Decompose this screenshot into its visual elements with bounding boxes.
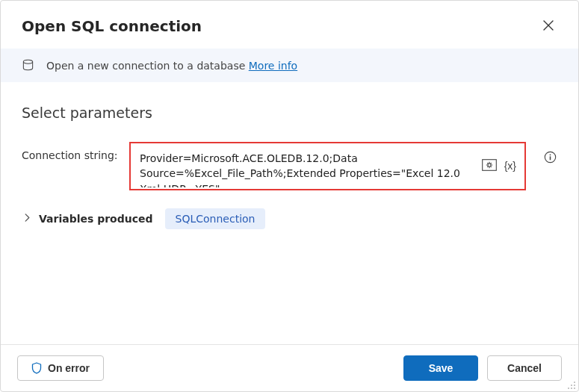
variables-produced-toggle[interactable] bbox=[22, 211, 33, 225]
svg-point-2 bbox=[488, 164, 491, 167]
variable-icon: {x} bbox=[504, 160, 516, 172]
section-title: Select parameters bbox=[22, 105, 557, 121]
database-icon bbox=[22, 59, 34, 72]
svg-point-10 bbox=[571, 388, 572, 389]
svg-point-6 bbox=[574, 382, 575, 383]
cancel-button[interactable]: Cancel bbox=[487, 355, 562, 381]
dialog-footer: On error Save Cancel bbox=[1, 344, 578, 391]
svg-point-0 bbox=[23, 60, 32, 63]
info-bar: Open a new connection to a database More… bbox=[1, 49, 578, 82]
svg-rect-1 bbox=[482, 159, 496, 170]
on-error-button[interactable]: On error bbox=[17, 355, 104, 381]
connection-string-label: Connection string: bbox=[22, 142, 120, 161]
connection-string-input[interactable] bbox=[131, 144, 477, 188]
shield-icon bbox=[31, 362, 42, 374]
svg-rect-5 bbox=[549, 156, 551, 160]
dialog-title: Open SQL connection bbox=[22, 17, 202, 35]
connection-string-field-wrap: {x} bbox=[129, 142, 526, 190]
connection-string-tools: {x} bbox=[477, 144, 524, 188]
info-text: Open a new connection to a database bbox=[46, 60, 245, 72]
close-icon bbox=[543, 20, 554, 33]
build-connection-button[interactable] bbox=[480, 158, 498, 175]
variable-chip-sqlconnection[interactable]: SQLConnection bbox=[165, 208, 266, 229]
svg-point-11 bbox=[574, 388, 575, 389]
settings-box-icon bbox=[482, 159, 497, 173]
connection-string-info-button[interactable] bbox=[542, 151, 557, 166]
open-sql-connection-dialog: Open SQL connection Open a new connectio… bbox=[0, 0, 579, 392]
more-info-link[interactable]: More info bbox=[249, 60, 297, 72]
svg-point-9 bbox=[568, 388, 569, 389]
svg-point-7 bbox=[571, 385, 572, 386]
info-description: Open a new connection to a database More… bbox=[46, 60, 297, 72]
save-button[interactable]: Save bbox=[403, 355, 478, 381]
insert-variable-button[interactable]: {x} bbox=[503, 158, 518, 173]
close-button[interactable] bbox=[536, 14, 560, 38]
on-error-label: On error bbox=[48, 362, 90, 374]
variables-produced-row: Variables produced SQLConnection bbox=[22, 208, 557, 229]
connection-string-row: Connection string: {x} bbox=[22, 142, 557, 190]
info-icon bbox=[544, 151, 557, 166]
svg-point-8 bbox=[574, 385, 575, 386]
variables-produced-label: Variables produced bbox=[39, 213, 153, 225]
dialog-header: Open SQL connection bbox=[1, 1, 578, 49]
chevron-right-icon bbox=[23, 213, 31, 224]
svg-point-4 bbox=[549, 154, 551, 155]
dialog-body: Select parameters Connection string: bbox=[1, 82, 578, 344]
resize-grip[interactable] bbox=[566, 379, 577, 390]
